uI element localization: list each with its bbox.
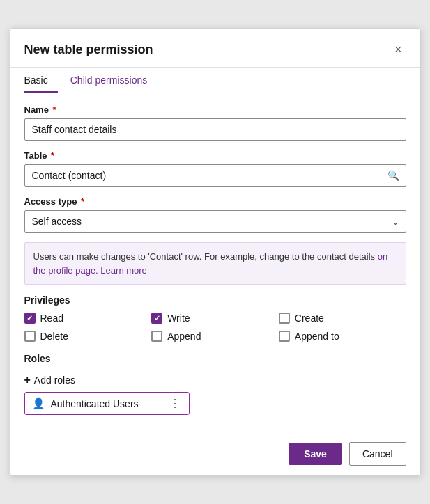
append-to-label: Append to	[295, 331, 339, 342]
add-roles-button[interactable]: + Add roles	[24, 371, 76, 392]
user-icon: 👤	[32, 397, 45, 410]
privilege-create[interactable]: Create	[279, 313, 406, 324]
dialog-footer: Save Cancel	[10, 432, 420, 475]
privilege-read[interactable]: Read	[24, 313, 152, 324]
learn-more-link[interactable]: Learn more	[100, 265, 146, 276]
authenticated-users-tag[interactable]: 👤 Authenticated Users ⋮	[24, 392, 190, 415]
save-button[interactable]: Save	[289, 443, 342, 465]
privileges-grid: Read Write Create Delete Append	[24, 313, 406, 342]
tab-basic[interactable]: Basic	[24, 68, 58, 93]
name-field-group: Name *	[24, 104, 406, 141]
delete-label: Delete	[40, 331, 68, 342]
name-input[interactable]	[24, 118, 406, 141]
privilege-write[interactable]: Write	[151, 313, 279, 324]
privileges-group: Privileges Read Write Create Delete	[24, 294, 406, 342]
append-label: Append	[167, 331, 201, 342]
role-tag-label: Authenticated Users	[51, 398, 162, 409]
privilege-append[interactable]: Append	[151, 331, 279, 342]
create-checkbox[interactable]	[279, 313, 290, 324]
info-box: Users can make changes to 'Contact' row.…	[24, 242, 406, 285]
privileges-label: Privileges	[24, 294, 406, 306]
tab-child-permissions[interactable]: Child permissions	[70, 68, 157, 93]
tab-bar: Basic Child permissions	[10, 68, 420, 93]
privilege-delete[interactable]: Delete	[24, 331, 152, 342]
table-search-wrap: 🔍	[24, 164, 406, 187]
dialog-body: Name * Table * 🔍 Access type * Self acce…	[10, 93, 420, 432]
read-checkbox[interactable]	[24, 313, 36, 324]
privilege-append-to[interactable]: Append to	[279, 331, 406, 342]
access-type-select[interactable]: Self access Global access Deep access Lo…	[24, 210, 406, 233]
table-label: Table *	[24, 150, 406, 161]
access-type-field-group: Access type * Self access Global access …	[24, 196, 406, 233]
dialog-header: New table permission ×	[10, 29, 420, 68]
table-field-group: Table * 🔍	[24, 150, 406, 187]
read-label: Read	[40, 313, 63, 324]
ellipsis-icon[interactable]: ⋮	[168, 397, 182, 410]
plus-icon: +	[24, 374, 31, 386]
cancel-button[interactable]: Cancel	[349, 442, 406, 466]
access-type-label: Access type *	[24, 196, 406, 207]
roles-section: Roles + Add roles 👤 Authenticated Users …	[24, 353, 406, 415]
new-table-permission-dialog: New table permission × Basic Child permi…	[10, 28, 421, 476]
dialog-title: New table permission	[24, 42, 153, 57]
append-to-checkbox[interactable]	[279, 331, 290, 342]
access-type-select-wrap: Self access Global access Deep access Lo…	[24, 210, 406, 233]
name-label: Name *	[24, 104, 406, 115]
roles-label: Roles	[24, 353, 406, 364]
close-button[interactable]: ×	[390, 41, 406, 58]
write-label: Write	[167, 313, 190, 324]
table-input[interactable]	[24, 164, 406, 187]
create-label: Create	[295, 313, 324, 324]
delete-checkbox[interactable]	[24, 331, 36, 342]
write-checkbox[interactable]	[151, 313, 162, 324]
append-checkbox[interactable]	[151, 331, 162, 342]
add-roles-label: Add roles	[34, 375, 75, 386]
